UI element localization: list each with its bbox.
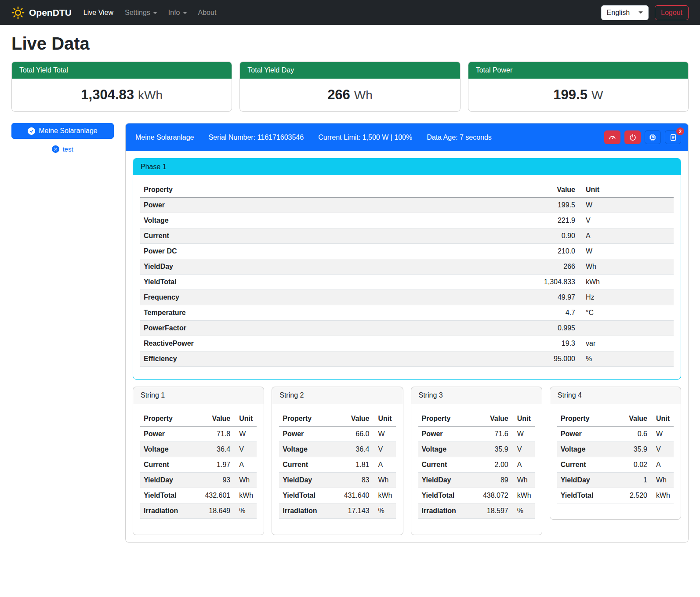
- unit-cell: W: [579, 198, 674, 213]
- property-cell: Irradiation: [140, 503, 196, 519]
- table-row: Voltage36.4V: [279, 442, 395, 457]
- property-cell: Voltage: [418, 442, 474, 457]
- property-header: Property: [557, 411, 613, 427]
- table-row: YieldTotal432.601kWh: [140, 488, 257, 503]
- value-cell: 210.0: [522, 244, 579, 259]
- nav-item-settings[interactable]: Settings: [119, 5, 163, 20]
- limit-settings-button[interactable]: [604, 130, 620, 144]
- inverter-item-test[interactable]: test: [11, 145, 114, 153]
- table-row: YieldTotal2.520kWh: [557, 488, 674, 503]
- value-cell: 89: [474, 473, 512, 488]
- value-cell: 71.8: [196, 427, 234, 442]
- unit-cell: Wh: [651, 473, 674, 488]
- power-button[interactable]: [624, 130, 641, 144]
- logout-button[interactable]: Logout: [655, 5, 689, 20]
- check-circle-icon: [28, 127, 35, 135]
- unit-header: Unit: [651, 411, 674, 427]
- unit-cell: Wh: [373, 473, 396, 488]
- x-circle-icon: [52, 145, 59, 153]
- card-value: 199.5W: [468, 79, 688, 111]
- table-row: ReactivePower19.3var: [140, 336, 674, 351]
- nav-item-about[interactable]: About: [192, 5, 222, 20]
- unit-cell: kWh: [373, 488, 396, 503]
- value-header: Value: [522, 182, 579, 198]
- inverter-body: Phase 1 Property Value Unit: [126, 151, 688, 542]
- property-cell: Current: [418, 457, 474, 473]
- unit-cell: [579, 321, 674, 336]
- property-cell: Current: [279, 457, 335, 473]
- property-header: Property: [140, 182, 522, 198]
- property-cell: Voltage: [279, 442, 335, 457]
- property-cell: Temperature: [140, 305, 522, 321]
- unit-cell: V: [579, 213, 674, 228]
- table-row: Current1.97A: [140, 457, 257, 473]
- value-cell: 431.640: [335, 488, 373, 503]
- inverter-sidebar: Meine Solaranlage test: [11, 123, 114, 153]
- card-title: Total Yield Total: [12, 62, 232, 79]
- phase-body: Property Value Unit Power199.5WVoltage22…: [133, 175, 681, 379]
- inverter-limit: Current Limit: 1,500 W | 100%: [318, 134, 412, 141]
- value-cell: 18.649: [196, 503, 234, 519]
- language-value: English: [607, 9, 630, 17]
- table-row: Power71.8W: [140, 427, 257, 442]
- unit-cell: W: [373, 427, 396, 442]
- inverter-actions: 2: [604, 130, 681, 144]
- inverter-item-label: test: [62, 145, 73, 153]
- value-cell: 221.9: [522, 213, 579, 228]
- unit-cell: %: [234, 503, 257, 519]
- value-cell: 36.4: [335, 442, 373, 457]
- unit-cell: Wh: [512, 473, 535, 488]
- value-cell: 95.000: [522, 351, 579, 367]
- table-row: Voltage35.9V: [557, 442, 674, 457]
- value-cell: 0.995: [522, 321, 579, 336]
- string-card: String 2 Property Value Unit Power66.0WV…: [272, 387, 403, 535]
- inverter-select-button[interactable]: Meine Solaranlage: [11, 123, 114, 139]
- property-cell: YieldDay: [279, 473, 335, 488]
- string-body: Property Value Unit Power71.6WVoltage35.…: [411, 404, 542, 535]
- inverter-card: Meine Solaranlage Serial Number: 1161716…: [125, 123, 689, 543]
- summary-card-total-power: Total Power 199.5W: [468, 62, 689, 112]
- device-info-button[interactable]: [645, 130, 661, 144]
- table-row: Power199.5W: [140, 198, 674, 213]
- string-body: Property Value Unit Power71.8WVoltage36.…: [133, 404, 264, 535]
- property-cell: YieldTotal: [140, 275, 522, 290]
- property-cell: ReactivePower: [140, 336, 522, 351]
- language-select[interactable]: English: [601, 5, 649, 20]
- unit-cell: W: [512, 427, 535, 442]
- property-cell: Power: [140, 198, 522, 213]
- value-cell: 93: [196, 473, 234, 488]
- property-cell: Efficiency: [140, 351, 522, 367]
- unit-cell: A: [651, 457, 674, 473]
- unit-cell: %: [373, 503, 396, 519]
- event-log-button[interactable]: 2: [665, 130, 681, 144]
- property-cell: PowerFactor: [140, 321, 522, 336]
- value-cell: 0.90: [522, 228, 579, 244]
- value-cell: 266: [522, 259, 579, 275]
- string-table: Property Value Unit Power71.6WVoltage35.…: [418, 411, 535, 519]
- value-cell: 83: [335, 473, 373, 488]
- summary-cards: Total Yield Total 1,304.83kWh Total Yiel…: [11, 62, 689, 112]
- property-cell: Irradiation: [418, 503, 474, 519]
- card-title: Total Yield Day: [240, 62, 460, 79]
- brand[interactable]: OpenDTU: [11, 6, 72, 19]
- nav-item-live-view[interactable]: Live View: [78, 5, 119, 20]
- table-row: Efficiency95.000%: [140, 351, 674, 367]
- value-cell: 17.143: [335, 503, 373, 519]
- table-row: YieldDay89Wh: [418, 473, 535, 488]
- property-cell: YieldDay: [140, 259, 522, 275]
- string-table: Property Value Unit Power71.8WVoltage36.…: [140, 411, 257, 519]
- nav-item-info[interactable]: Info: [163, 5, 192, 20]
- phase-card: Phase 1 Property Value Unit: [133, 158, 681, 380]
- property-header: Property: [279, 411, 335, 427]
- property-cell: YieldTotal: [279, 488, 335, 503]
- card-value: 1,304.83kWh: [12, 79, 232, 111]
- table-row: YieldTotal431.640kWh: [279, 488, 395, 503]
- string-body: Property Value Unit Power66.0WVoltage36.…: [272, 404, 403, 535]
- unit-text: W: [591, 88, 603, 102]
- unit-cell: kWh: [512, 488, 535, 503]
- value-cell: 35.9: [474, 442, 512, 457]
- table-row: Irradiation17.143%: [279, 503, 395, 519]
- value-cell: 71.6: [474, 427, 512, 442]
- table-row: Frequency49.97Hz: [140, 290, 674, 305]
- string-card: String 3 Property Value Unit Power71.6WV…: [411, 387, 542, 535]
